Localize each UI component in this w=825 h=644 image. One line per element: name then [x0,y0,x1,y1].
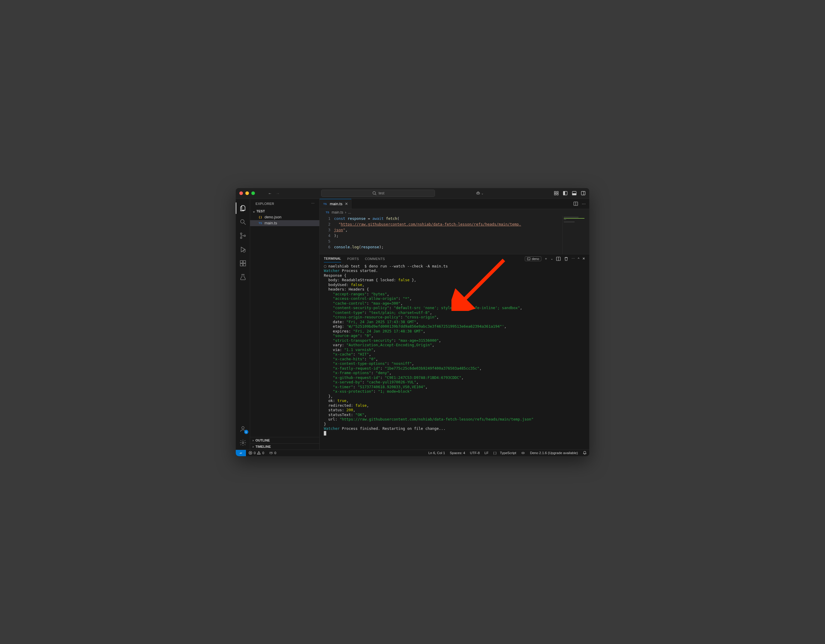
activity-explorer[interactable] [236,201,250,215]
toggle-secondary-sidebar-icon[interactable] [581,191,586,196]
svg-point-40 [271,452,272,453]
command-center[interactable]: test [321,190,435,197]
extensions-icon [239,260,247,267]
svg-point-29 [242,442,244,443]
prompt-indicator-icon [324,265,326,268]
terminal-output[interactable]: naelshiab test $ deno run --watch --chec… [320,263,589,449]
folder-name: TEST [256,209,265,213]
activity-extensions[interactable] [236,256,250,270]
status-language[interactable]: { } TypeScript [491,451,519,455]
search-icon [239,218,247,225]
gear-icon [239,439,247,446]
file-item-deno-json[interactable]: { } deno.json [250,214,319,220]
svg-rect-12 [563,192,565,195]
chevron-down-icon[interactable]: ⌄ [481,192,484,195]
line-number: 4 [320,233,331,238]
activity-testing[interactable] [236,270,250,284]
folder-header[interactable]: ⌄ TEST [250,208,319,214]
json-file-icon: { } [258,215,263,219]
split-editor-icon[interactable] [573,201,578,206]
minimap[interactable] [562,216,589,254]
error-icon [248,451,253,455]
file-label: deno.json [264,215,281,219]
status-deno[interactable]: Deno 2.1.6 (Upgrade available) [528,451,580,455]
panel: TERMINAL PORTS COMMENTS deno ＋ ⌄ ⋯ ^ [320,254,589,449]
ts-file-icon: TS [258,221,263,225]
source-control-icon [239,232,247,239]
remote-indicator[interactable] [236,450,246,456]
shell-name: deno [532,257,539,261]
activity-source-control[interactable] [236,229,250,242]
maximize-panel-icon[interactable]: ^ [578,257,579,261]
remote-icon [239,451,243,455]
file-label: main.ts [264,221,277,225]
svg-rect-9 [554,193,556,195]
timeline-label: TIMELINE [255,445,271,448]
status-ports[interactable]: 0 [267,451,279,455]
window-zoom-button[interactable] [251,192,255,195]
svg-point-21 [244,235,245,236]
window-close-button[interactable] [239,192,243,195]
chevron-right-icon: › [253,445,254,448]
line-number: 5 [320,238,331,244]
chevron-down-icon[interactable]: ⌄ [551,257,553,260]
line-number: 1 [320,216,331,221]
close-panel-icon[interactable]: ✕ [582,257,585,261]
command-center-text: test [379,191,384,195]
panel-tab-comments[interactable]: COMMENTS [365,255,385,263]
toggle-panel-icon[interactable] [572,191,577,196]
split-terminal-icon[interactable] [556,256,561,261]
code-content[interactable]: const response = await fetch( "https://r… [334,216,562,254]
status-indentation[interactable]: Spaces: 4 [448,451,468,455]
svg-point-43 [523,453,524,453]
copilot-icon[interactable] [476,191,480,196]
svg-rect-8 [556,192,558,193]
kill-terminal-icon[interactable] [564,256,569,261]
file-item-main-ts[interactable]: TS main.ts [250,220,319,226]
debug-icon [239,246,247,253]
status-encoding[interactable]: UTF-8 [468,451,482,455]
bell-icon [582,451,587,455]
editor-more-icon[interactable]: ⋯ [582,202,586,206]
nav-arrows: ← → [267,191,281,196]
accounts-badge: 1 [244,430,248,434]
explorer-more-icon[interactable]: ⋯ [311,202,315,205]
search-icon [372,191,377,196]
panel-more-icon[interactable]: ⋯ [572,257,575,261]
svg-rect-24 [240,261,243,263]
status-problems[interactable]: 0 0 [246,451,267,455]
svg-point-17 [241,219,244,223]
status-copilot[interactable] [519,451,528,455]
activity-accounts[interactable]: 1 [236,422,250,436]
svg-rect-25 [240,264,243,266]
tab-main-ts[interactable]: TS main.ts ✕ [320,199,351,209]
activity-search[interactable] [236,215,250,229]
panel-tabs: TERMINAL PORTS COMMENTS deno ＋ ⌄ ⋯ ^ [320,254,589,263]
tab-close-button[interactable]: ✕ [345,202,348,206]
editor-gutter: 1 2 3 4 5 6 [320,216,334,254]
terminal-shell-dropdown[interactable]: deno [525,256,541,261]
nav-back-button[interactable]: ← [267,191,273,196]
editor-pane[interactable]: 1 2 3 4 5 6 const response = await fetch… [320,216,589,254]
timeline-section[interactable]: › TIMELINE [250,443,319,449]
activity-bar: 1 [236,199,250,449]
toggle-primary-sidebar-icon[interactable] [563,191,568,196]
panel-tab-terminal[interactable]: TERMINAL [324,255,341,263]
window-minimize-button[interactable] [245,192,249,195]
status-eol[interactable]: LF [482,451,491,455]
breadcrumb[interactable]: TS main.ts › ... [320,209,589,216]
activity-run-debug[interactable] [236,242,250,256]
new-terminal-button[interactable]: ＋ [544,256,548,261]
svg-rect-41 [522,452,525,454]
nav-forward-button[interactable]: → [275,191,281,196]
line-number: 6 [320,244,331,250]
layout-customize-icon[interactable] [554,191,559,196]
outline-section[interactable]: › OUTLINE [250,437,319,443]
panel-tab-ports[interactable]: PORTS [347,255,359,263]
activity-settings[interactable] [236,436,250,449]
status-notifications[interactable] [580,451,589,455]
port-count: 0 [274,451,276,455]
status-cursor-position[interactable]: Ln 6, Col 1 [426,451,448,455]
chevron-down-icon: ⌄ [253,209,255,213]
radio-tower-icon [269,451,273,455]
